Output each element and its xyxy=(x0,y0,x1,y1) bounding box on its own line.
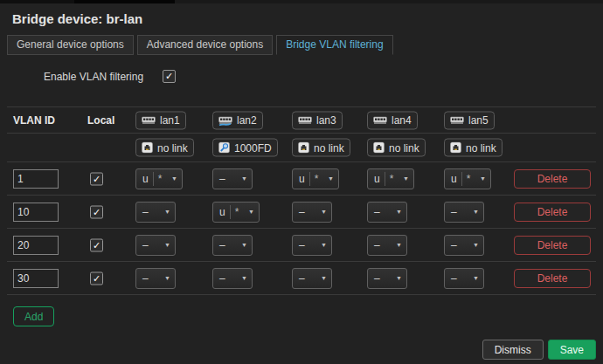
membership-value: u xyxy=(297,173,307,185)
port-badge: lan5 xyxy=(444,111,495,129)
port-membership-select[interactable]: –▼ xyxy=(135,202,176,223)
port-membership-select[interactable]: –▼ xyxy=(292,235,332,256)
pvid-indicator: * xyxy=(313,173,321,185)
delete-button[interactable]: Delete xyxy=(514,236,591,255)
link-speed-label: 1000FD xyxy=(234,141,272,154)
chevron-down-icon: ▼ xyxy=(318,275,327,281)
chevron-down-icon: ▼ xyxy=(239,242,247,248)
dismiss-button[interactable]: Dismiss xyxy=(482,340,544,360)
link-status-badge: 1000FD xyxy=(212,139,278,157)
chevron-down-icon: ▼ xyxy=(393,275,402,281)
bridge-vlan-table: VLAN ID Local lan1lan2lan3lan4lan5 no li… xyxy=(7,106,596,295)
switch-port-icon xyxy=(298,114,312,126)
port-name: lan3 xyxy=(316,114,336,127)
vlan-row: ✓–▼–▼–▼–▼–▼Delete xyxy=(7,229,596,262)
pvid-indicator: * xyxy=(233,206,241,218)
enable-vlan-filtering-checkbox[interactable]: ✓ xyxy=(163,70,176,83)
chevron-down-icon: ▼ xyxy=(393,242,402,248)
membership-value: – xyxy=(218,173,227,185)
port-membership-select[interactable]: –▼ xyxy=(444,235,484,256)
port-badge: lan2 xyxy=(212,111,263,129)
vlan-id-input[interactable] xyxy=(13,169,59,189)
link-speed-label: no link xyxy=(314,141,344,154)
port-name: lan2 xyxy=(237,114,257,127)
local-checkbox[interactable]: ✓ xyxy=(90,271,103,285)
port-membership-select[interactable]: –▼ xyxy=(212,168,253,189)
membership-value: – xyxy=(297,272,307,285)
membership-value: – xyxy=(372,206,382,218)
port-badge: lan4 xyxy=(367,111,418,129)
port-name: lan4 xyxy=(392,114,412,127)
divider xyxy=(309,172,310,186)
port-membership-select[interactable]: –▼ xyxy=(367,202,407,223)
port-membership-select[interactable]: –▼ xyxy=(367,235,407,256)
port-membership-select[interactable]: u*▼ xyxy=(212,202,260,223)
membership-value: u xyxy=(372,173,382,185)
ethernet-link-down-icon xyxy=(373,142,385,154)
switch-port-icon xyxy=(373,114,387,126)
membership-value: – xyxy=(141,206,150,218)
enable-vlan-filtering-row: Enable VLAN filtering ✓ xyxy=(44,70,603,83)
add-vlan-button[interactable]: Add xyxy=(13,306,54,326)
save-button[interactable]: Save xyxy=(548,340,596,360)
chevron-down-icon: ▼ xyxy=(470,242,479,248)
local-checkbox[interactable]: ✓ xyxy=(90,205,103,218)
port-name: lan5 xyxy=(468,114,489,127)
pvid-indicator: * xyxy=(465,173,473,185)
membership-value: u xyxy=(141,173,150,185)
divider xyxy=(153,172,154,186)
divider xyxy=(461,172,462,186)
port-membership-select[interactable]: –▼ xyxy=(135,268,176,289)
link-speed-label: no link xyxy=(466,141,496,154)
link-status-row: no link1000FDno linkno linkno link xyxy=(7,134,596,162)
local-checkbox[interactable]: ✓ xyxy=(90,172,103,185)
ethernet-link-down-icon xyxy=(298,142,309,154)
vlan-id-input[interactable] xyxy=(13,269,59,288)
port-membership-select[interactable]: u*▼ xyxy=(135,168,183,189)
membership-value: – xyxy=(218,272,227,285)
link-status-badge: no link xyxy=(135,139,194,157)
port-membership-select[interactable]: u*▼ xyxy=(444,168,491,189)
port-badge: lan1 xyxy=(135,111,186,129)
membership-value: – xyxy=(141,239,150,251)
port-membership-select[interactable]: –▼ xyxy=(292,268,332,289)
vlan-row: ✓–▼u*▼–▼–▼–▼Delete xyxy=(7,196,596,229)
port-membership-select[interactable]: u*▼ xyxy=(367,168,414,189)
port-membership-select[interactable]: –▼ xyxy=(444,202,484,223)
pvid-indicator: * xyxy=(388,173,396,185)
link-status-badge: no link xyxy=(367,139,426,157)
vlan-id-column-header: VLAN ID xyxy=(13,114,55,127)
chevron-down-icon: ▼ xyxy=(239,275,247,281)
switch-port-up-icon xyxy=(218,114,232,126)
membership-value: – xyxy=(372,239,382,251)
port-membership-select[interactable]: –▼ xyxy=(135,235,176,256)
delete-button[interactable]: Delete xyxy=(514,169,591,189)
chevron-down-icon: ▼ xyxy=(318,209,327,215)
vlan-id-input[interactable] xyxy=(13,236,59,255)
port-membership-select[interactable]: –▼ xyxy=(212,268,253,289)
port-membership-select[interactable]: u*▼ xyxy=(292,168,339,189)
port-membership-select[interactable]: –▼ xyxy=(367,268,407,289)
port-membership-select[interactable]: –▼ xyxy=(292,202,332,223)
chevron-down-icon: ▼ xyxy=(169,175,177,182)
membership-value: – xyxy=(449,272,459,285)
pvid-indicator: * xyxy=(156,173,164,185)
membership-value: u xyxy=(449,173,459,185)
local-column-header: Local xyxy=(87,114,114,127)
vlan-id-input[interactable] xyxy=(13,203,59,222)
tab-general-device-options[interactable]: General device options xyxy=(7,35,134,55)
tab-bridge-vlan-filtering[interactable]: Bridge VLAN filtering xyxy=(276,35,392,55)
membership-value: – xyxy=(297,239,307,251)
chevron-down-icon: ▼ xyxy=(470,209,479,215)
delete-button[interactable]: Delete xyxy=(514,269,591,288)
delete-button[interactable]: Delete xyxy=(514,203,591,222)
membership-value: – xyxy=(297,206,307,218)
bridge-device-dialog: Bridge device: br-lan General device opt… xyxy=(0,0,603,364)
port-membership-select[interactable]: –▼ xyxy=(444,268,484,289)
divider xyxy=(230,205,231,219)
tab-advanced-device-options[interactable]: Advanced device options xyxy=(137,35,273,55)
enable-vlan-filtering-label: Enable VLAN filtering xyxy=(44,71,143,83)
port-membership-select[interactable]: –▼ xyxy=(212,235,253,256)
dialog-title: Bridge device: br-lan xyxy=(12,11,603,26)
local-checkbox[interactable]: ✓ xyxy=(90,238,103,251)
